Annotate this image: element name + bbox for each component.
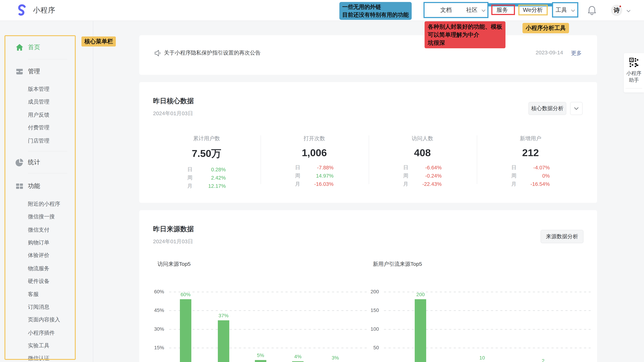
trend-period: 周 xyxy=(511,172,516,179)
nav-services[interactable]: 服务 xyxy=(496,6,508,14)
announcement-text[interactable]: 关于小程序隐私保护指引设置的再次公告 xyxy=(164,49,260,56)
sidebar-item-miniprogram-plugin[interactable]: 小程序插件 xyxy=(28,329,55,337)
avatar[interactable]: 诗 xyxy=(611,5,622,16)
metric-trend-row: 周2.42% xyxy=(188,174,226,182)
sidebar-item-wechat-search[interactable]: 微信搜一搜 xyxy=(28,213,55,221)
sidebar-item-experiment-tools[interactable]: 实验工具 xyxy=(28,342,50,350)
sidebar-item-page-content-access[interactable]: 页面内容接入 xyxy=(28,316,60,324)
chevron-down-icon xyxy=(482,8,486,12)
sidebar-item-label: 用户反馈 xyxy=(28,111,50,119)
account-chevron-down-icon[interactable] xyxy=(627,8,630,12)
sidebar-item-label: 首页 xyxy=(28,43,40,51)
bar[interactable]: 200 xyxy=(415,292,426,362)
announcement-more-link[interactable]: 更多 xyxy=(571,49,582,57)
trend-value: -7.88% xyxy=(317,165,334,171)
core-data-card: 昨日核心数据 2024年01月03日 核心数据分析 累计用户数 7.50万 日0… xyxy=(139,82,597,203)
bar-value-label: 60% xyxy=(180,292,190,298)
annotation-line: 目前还没有特别有用的功能 xyxy=(342,11,409,19)
speaker-icon xyxy=(154,49,162,57)
announcement-card: 关于小程序隐私保护指引设置的再次公告 2023-09-14 更多 xyxy=(139,35,597,75)
metric-label: 打开次数 xyxy=(260,135,368,142)
bar-rect xyxy=(292,361,304,362)
bar-value-label: 200 xyxy=(416,292,425,298)
metric-trend-row: 月12.17% xyxy=(188,182,226,190)
sidebar-section-statistics[interactable]: 统计 xyxy=(28,158,40,166)
notification-bell-icon[interactable] xyxy=(588,5,596,15)
core-data-analysis-dropdown-button[interactable] xyxy=(570,102,582,115)
visit-source-chart-title: 访问来源Top5 xyxy=(158,260,190,268)
sidebar-item-subscribe-message[interactable]: 订阅消息 xyxy=(28,303,50,311)
sidebar-item-logistics-service[interactable]: 物流服务 xyxy=(28,265,50,272)
bar[interactable]: 60% xyxy=(180,292,191,362)
bar[interactable]: 2 xyxy=(537,292,549,362)
trend-value: -16.03% xyxy=(314,181,334,187)
bar-rect xyxy=(180,299,191,362)
trend-period: 月 xyxy=(295,180,300,188)
trend-value: -22.43% xyxy=(422,181,442,187)
bar-rect xyxy=(255,360,266,362)
bar-rect xyxy=(218,320,229,362)
nav-tools[interactable]: 工具 xyxy=(556,6,567,14)
core-card-date: 2024年01月03日 xyxy=(153,110,193,117)
trend-value: -0.24% xyxy=(425,173,442,179)
sidebar-section-features[interactable]: 功能 xyxy=(28,182,40,190)
sidebar-item-payment-mgmt[interactable]: 付费管理 xyxy=(28,124,50,131)
metric-trend-row: 日0.28% xyxy=(188,165,226,174)
sidebar-item-experience-review[interactable]: 体验评价 xyxy=(28,251,50,259)
sidebar-item-label: 购物订单 xyxy=(28,239,50,246)
core-data-analysis-button[interactable]: 核心数据分析 xyxy=(528,102,566,115)
inbox-icon xyxy=(16,67,24,76)
trend-period: 周 xyxy=(295,172,300,179)
bar-value-label: 3% xyxy=(332,355,339,361)
assistant-divider xyxy=(626,88,642,88)
sidebar-item-label: 门店管理 xyxy=(28,137,50,144)
metric-trend-row: 月-16.03% xyxy=(295,180,334,188)
metric-new-users: 新增用户 212 日-4.07% 周0% 月-16.54% xyxy=(477,135,584,188)
metric-trend-row: 日-4.07% xyxy=(511,163,550,172)
bar-value-label: 37% xyxy=(218,313,228,319)
sidebar-item-label: 附近的小程序 xyxy=(28,200,60,208)
sidebar-item-wechat-pay[interactable]: 微信支付 xyxy=(28,226,50,234)
miniprogram-logo-icon xyxy=(16,3,29,17)
sidebar-item-nearby-miniprogram[interactable]: 附近的小程序 xyxy=(28,200,60,208)
sidebar-item-store-mgmt[interactable]: 门店管理 xyxy=(28,137,50,145)
sidebar-item-hardware-device[interactable]: 硬件设备 xyxy=(28,277,50,285)
metric-value: 7.50万 xyxy=(153,147,260,160)
metric-trend-row: 月-22.43% xyxy=(403,180,442,188)
bar[interactable]: 3% xyxy=(330,292,341,362)
nav-we-analytics[interactable]: We分析 xyxy=(523,6,543,14)
nav-community[interactable]: 社区 xyxy=(466,6,478,14)
bar[interactable]: 37% xyxy=(218,292,229,362)
miniprogram-assistant-widget[interactable]: 小程序 助手 xyxy=(624,53,644,92)
bar-value-label: 2 xyxy=(542,358,545,362)
core-card-title: 昨日核心数据 xyxy=(153,96,194,105)
sidebar-item-user-feedback[interactable]: 用户反馈 xyxy=(28,111,50,119)
bar-value-label: 5% xyxy=(257,353,264,358)
annotation-external-links-note: 一些无用的外链 目前还没有特别有用的功能 xyxy=(339,2,412,20)
trend-period: 月 xyxy=(188,182,192,190)
source-data-analysis-button[interactable]: 来源数据分析 xyxy=(540,230,584,243)
bar[interactable]: 5% xyxy=(255,292,266,362)
sidebar-item-label: 客服 xyxy=(28,291,39,298)
sidebar-item-shopping-orders[interactable]: 购物订单 xyxy=(28,239,50,247)
nav-docs[interactable]: 文档 xyxy=(440,6,452,14)
logo[interactable]: 小程序 xyxy=(16,3,56,17)
metric-value: 212 xyxy=(477,147,584,158)
sidebar-item-wechat-verification[interactable]: 微信认证 xyxy=(28,354,50,362)
sidebar-item-home[interactable]: 首页 xyxy=(28,43,40,51)
sidebar-item-label: 实验工具 xyxy=(28,342,50,349)
annotation-we-analytics-note: 小程序分析工具 xyxy=(522,23,569,33)
sidebar-item-customer-service[interactable]: 客服 xyxy=(28,290,39,298)
sidebar-item-member-mgmt[interactable]: 成员管理 xyxy=(28,98,50,106)
bar[interactable]: 4% xyxy=(292,292,304,362)
sidebar-item-version-mgmt[interactable]: 版本管理 xyxy=(28,85,50,93)
bar-rect xyxy=(415,299,426,362)
annotation-line: 坑很深 xyxy=(428,39,502,47)
announcement-date: 2023-09-14 xyxy=(536,49,563,56)
sidebar-section-management[interactable]: 管理 xyxy=(28,67,40,75)
chevron-down-icon xyxy=(574,107,579,110)
metric-label: 访问人数 xyxy=(368,135,476,142)
bar-value-label: 4% xyxy=(294,354,302,360)
home-icon xyxy=(16,43,24,51)
bar[interactable]: 10 xyxy=(476,292,488,362)
